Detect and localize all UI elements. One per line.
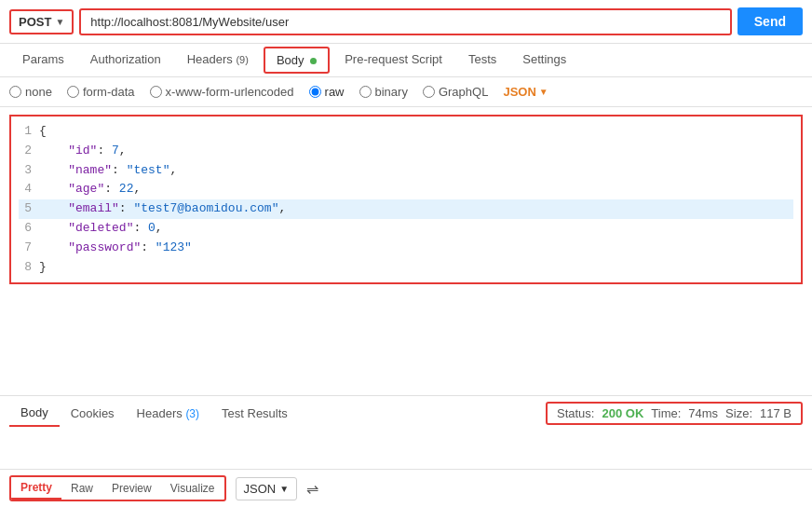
tab-headers[interactable]: Headers (9) (174, 45, 262, 75)
wrap-icon[interactable]: ⇌ (306, 480, 318, 498)
headers-badge: (9) (236, 54, 248, 65)
method-chevron-icon: ▼ (55, 17, 64, 27)
method-selector[interactable]: POST ▼ (9, 9, 74, 34)
headers-response-badge: (3) (185, 407, 199, 420)
code-line-6: 6 "deleted": 0, (19, 219, 793, 239)
tab-params[interactable]: Params (9, 45, 77, 75)
response-tab-headers[interactable]: Headers (3) (126, 401, 210, 426)
pretty-button[interactable]: Pretty (11, 477, 61, 500)
format-dropdown[interactable]: JSON ▼ (236, 477, 298, 500)
pretty-raw-group: Pretty Raw Preview Visualize (9, 475, 226, 501)
url-input[interactable] (79, 8, 731, 35)
response-tab-test-results[interactable]: Test Results (210, 401, 299, 426)
status-area: Status: 200 OK Time: 74ms Size: 117 B (546, 402, 803, 425)
json-chevron-icon: ▼ (539, 87, 548, 97)
response-tab-body[interactable]: Body (9, 400, 60, 427)
code-line-8: 8 } (19, 258, 793, 278)
code-line-1: 1 { (19, 122, 793, 142)
code-editor[interactable]: 1 { 2 "id": 7, 3 "name": "test", 4 "age"… (9, 115, 803, 284)
code-line-7: 7 "password": "123" (19, 239, 793, 258)
body-options: none form-data x-www-form-urlencoded raw… (0, 77, 812, 107)
time-value: 74ms (688, 406, 718, 420)
visualize-button[interactable]: Visualize (161, 478, 224, 499)
bottom-toolbar: Pretty Raw Preview Visualize JSON ▼ ⇌ (0, 469, 812, 507)
time-label: Time: (651, 406, 681, 420)
raw-button[interactable]: Raw (61, 478, 102, 499)
status-label: Status: (557, 406, 594, 420)
code-line-5: 5 "email": "test7@baomidou.com", (19, 199, 793, 219)
code-line-3: 3 "name": "test", (19, 161, 793, 181)
option-none[interactable]: none (9, 85, 52, 99)
tab-prerequest[interactable]: Pre-request Script (332, 45, 455, 75)
tab-settings[interactable]: Settings (509, 45, 579, 75)
body-active-dot (310, 58, 317, 64)
send-button[interactable]: Send (738, 7, 803, 35)
preview-button[interactable]: Preview (102, 478, 161, 499)
tab-authorization[interactable]: Authorization (77, 45, 174, 75)
tab-body[interactable]: Body (264, 47, 330, 74)
response-tabs-bar: Body Cookies Headers (3) Test Results St… (0, 395, 812, 431)
option-urlencoded[interactable]: x-www-form-urlencoded (150, 85, 294, 99)
json-format-dropdown[interactable]: JSON ▼ (503, 85, 548, 99)
size-label: Size: (725, 406, 752, 420)
option-raw[interactable]: raw (309, 85, 345, 99)
code-line-2: 2 "id": 7, (19, 142, 793, 161)
top-bar: POST ▼ Send (0, 0, 812, 44)
code-line-4: 4 "age": 22, (19, 180, 793, 199)
option-formdata[interactable]: form-data (67, 85, 135, 99)
response-tab-cookies[interactable]: Cookies (60, 401, 126, 426)
option-binary[interactable]: binary (359, 85, 408, 99)
method-label: POST (19, 15, 51, 29)
tab-tests[interactable]: Tests (455, 45, 509, 75)
nav-tabs: Params Authorization Headers (9) Body Pr… (0, 44, 812, 77)
format-chevron-icon: ▼ (279, 484, 289, 494)
size-value: 117 B (760, 406, 792, 420)
option-graphql[interactable]: GraphQL (423, 85, 488, 99)
status-value: 200 OK (602, 406, 643, 420)
